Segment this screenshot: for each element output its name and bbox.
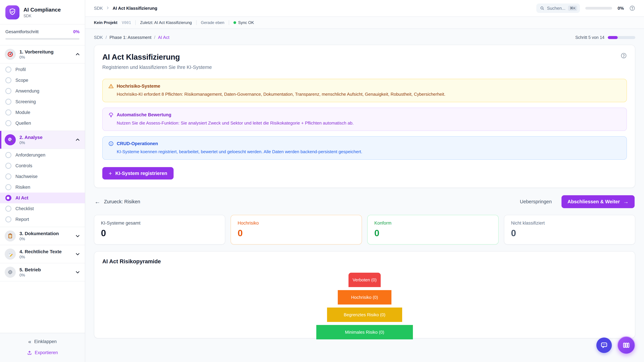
sidebar-header: AI Compliance SDK — [0, 0, 85, 24]
search-shortcut-kbd: ⌘K — [568, 5, 577, 11]
arrow-right-icon: → — [623, 199, 628, 205]
section-percent: 0% — [20, 273, 72, 278]
collapse-label: Einklappen — [34, 339, 57, 344]
register-ki-system-button[interactable]: + KI-System registrieren — [102, 167, 174, 179]
content-area: SDK / Phase 1: Assessment / AI Act Schri… — [85, 29, 644, 362]
info-icon — [108, 141, 114, 146]
overall-progress-value: 0% — [73, 29, 80, 34]
sidebar-item-anforderungen[interactable]: Anforderungen — [0, 150, 85, 160]
sidebar-item-nachweise[interactable]: Nachweise — [0, 171, 85, 182]
stat-label: Nicht klassifiziert — [511, 221, 628, 226]
sidebar-item-report[interactable]: Report — [0, 214, 85, 225]
overall-progress-label: Gesamtfortschritt — [5, 29, 38, 34]
topbar-breadcrumb: SDK AI Act Klassifizierung — [94, 6, 157, 11]
section-items: ProfilScopeAnwendungScreeningModuleQuell… — [0, 63, 85, 131]
alert-tip: Automatische BewertungNutzen Sie die Ass… — [102, 108, 627, 131]
sidebar-section-2-analyse[interactable]: 2. Analyse0% — [0, 131, 85, 149]
section-percent: 0% — [20, 141, 72, 145]
sidebar-section-4-rechtliche-texte[interactable]: 4. Rechtliche Texte0% — [0, 245, 85, 263]
shield-check-icon — [8, 8, 16, 17]
chevron-down-icon — [75, 252, 80, 257]
question-circle-icon — [629, 5, 635, 11]
chevron-right-icon — [106, 6, 110, 11]
target-icon — [5, 49, 16, 60]
sidebar-item-controls[interactable]: Controls — [0, 160, 85, 171]
panels-fab-button[interactable] — [617, 336, 635, 354]
section-percent: 0% — [20, 237, 72, 241]
sidebar-section-3-dokumentation[interactable]: 3. Dokumentation0% — [0, 227, 85, 245]
app-logo — [5, 5, 20, 19]
stat-card-nicht-klassifiziert: Nicht klassifiziert0 — [504, 215, 635, 245]
section-label: 5. Betrieb — [20, 267, 72, 273]
slash-separator: / — [106, 35, 107, 40]
sidebar-section-5-betrieb[interactable]: 5. Betrieb0% — [0, 263, 85, 281]
topbar-right: Suchen... ⌘K 0% — [536, 3, 635, 13]
sidebar-item-checklist[interactable]: Checklist — [0, 203, 85, 214]
breadcrumb-ai-act: AI Act — [158, 35, 170, 40]
floating-buttons — [596, 336, 635, 354]
back-button[interactable]: ← Zurueck: Risiken — [94, 198, 140, 205]
search-placeholder: Suchen... — [547, 6, 566, 11]
section-label: 4. Rechtliche Texte — [20, 249, 72, 255]
sidebar-item-profil[interactable]: Profil — [0, 64, 85, 75]
radio-empty-icon — [5, 66, 12, 72]
page-breadcrumb-row: SDK / Phase 1: Assessment / AI Act Schri… — [94, 35, 635, 40]
sync-status: Sync OK — [234, 20, 254, 25]
chevron-up-icon — [75, 137, 80, 142]
section-label: 3. Dokumentation — [20, 231, 72, 237]
page-breadcrumb: SDK / Phase 1: Assessment / AI Act — [94, 35, 170, 40]
memo-icon — [5, 249, 16, 260]
section-percent: 0% — [20, 55, 72, 60]
risk-pyramid-card: AI Act Risikopyramide Verboten (0)Hochri… — [94, 251, 635, 338]
stat-value: 0 — [238, 228, 355, 238]
breadcrumb-phase[interactable]: Phase 1: Assessment — [110, 35, 152, 40]
topbar-progress-value: 0% — [618, 6, 624, 11]
breadcrumb-sdk[interactable]: SDK — [94, 35, 103, 40]
breadcrumb-current: AI Act Klassifizierung — [112, 6, 157, 11]
sidebar-item-scope[interactable]: Scope — [0, 75, 85, 86]
skip-button[interactable]: Ueberspringen — [520, 199, 552, 204]
radio-empty-icon — [5, 206, 12, 212]
radio-selected-icon — [5, 195, 12, 201]
sidebar-item-anwendung[interactable]: Anwendung — [0, 86, 85, 96]
finish-next-button[interactable]: Abschliessen & Weiter → — [562, 195, 634, 208]
export-button[interactable]: Exportieren — [27, 350, 58, 355]
sidebar-item-screening[interactable]: Screening — [0, 96, 85, 107]
sidebar-item-module[interactable]: Module — [0, 107, 85, 118]
register-label: KI-System registrieren — [116, 171, 167, 176]
back-label: Zurueck: Risiken — [104, 199, 140, 204]
stat-label: Hochrisiko — [238, 221, 355, 226]
magnifier-icon — [5, 134, 16, 145]
sync-ok-dot-icon — [234, 21, 236, 24]
bulb-icon — [108, 112, 114, 118]
sidebar-item-ai-act[interactable]: AI Act — [0, 193, 85, 203]
item-label: Screening — [16, 99, 36, 104]
alert-title: Hochrisiko-Systeme — [117, 84, 160, 89]
sidebar-item-quellen[interactable]: Quellen — [0, 118, 85, 129]
pyramid-title: AI Act Risikopyramide — [102, 258, 627, 265]
search-input[interactable]: Suchen... ⌘K — [536, 3, 580, 13]
pyramid-level-minimales-risiko: Minimales Risiko (0) — [316, 325, 413, 339]
sidebar-section-1-vorbereitung[interactable]: 1. Vorbereitung0% — [0, 45, 85, 63]
breadcrumb-root[interactable]: SDK — [94, 6, 103, 11]
step-label: Schritt 5 von 14 — [575, 35, 604, 40]
section-label: 2. Analyse — [20, 134, 72, 140]
alert-body: KI-Systeme koennen registriert, bearbeit… — [108, 149, 621, 155]
item-label: Anwendung — [16, 88, 40, 94]
sidebar-item-risiken[interactable]: Risiken — [0, 182, 85, 193]
plus-icon: + — [109, 170, 112, 176]
alert-title: Automatische Bewertung — [117, 112, 172, 117]
stat-card-ki-systeme-gesamt: KI-Systeme gesamt0 — [94, 215, 225, 245]
help-button[interactable] — [629, 5, 635, 11]
risk-pyramid: Verboten (0)Hochrisiko (0)Begrenztes Ris… — [102, 273, 627, 339]
card-help-icon[interactable] — [620, 52, 627, 59]
item-label: Profil — [16, 67, 26, 72]
warning-icon — [108, 83, 114, 89]
chat-fab-button[interactable] — [596, 338, 612, 353]
collapse-sidebar-button[interactable]: « Einklappen — [28, 339, 56, 345]
sidebar-nav: 1. Vorbereitung0%ProfilScopeAnwendungScr… — [0, 45, 85, 281]
last-saved-time: Gerade eben — [201, 20, 224, 25]
upload-icon — [27, 350, 32, 355]
pyramid-level-label: Verboten (0) — [352, 277, 376, 283]
item-label: Anforderungen — [16, 152, 46, 158]
